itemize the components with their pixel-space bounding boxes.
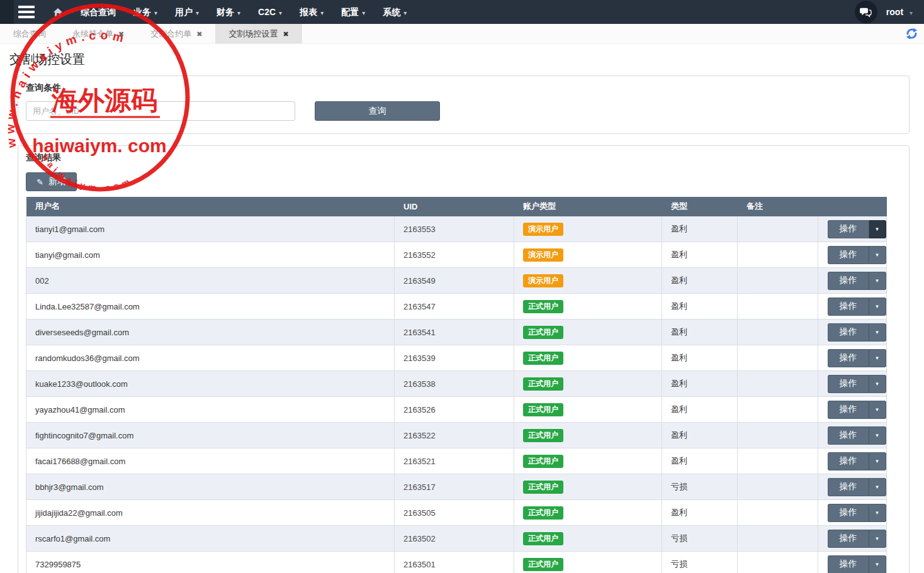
cell-uid: 2163538 <box>395 371 514 397</box>
nav-item-系统[interactable]: 系统▾ <box>374 0 415 24</box>
action-button[interactable]: 操作 <box>828 530 869 548</box>
nav-item-配置[interactable]: 配置▾ <box>332 0 374 24</box>
action-dropdown-toggle[interactable]: ▾ <box>869 555 886 573</box>
action-button[interactable]: 操作 <box>828 452 869 470</box>
cell-uid: 2163522 <box>395 423 514 448</box>
cell-username: tianyi@gmail.com <box>26 242 395 268</box>
results-table: 用户名UID账户类型类型备注 tianyi1@gmail.com2163553演… <box>26 196 887 573</box>
cell-account-type: 正式用户 <box>514 448 662 474</box>
cell-account-type: 正式用户 <box>514 371 662 397</box>
nav-item-业务[interactable]: 业务▾ <box>125 0 166 24</box>
nav-item-财务[interactable]: 财务▾ <box>208 0 249 24</box>
tab-永续持仓单[interactable]: 永续持仓单✖ <box>59 24 137 43</box>
action-dropdown-toggle[interactable]: ▾ <box>869 478 886 496</box>
close-icon[interactable]: ✖ <box>118 30 124 38</box>
cell-actions: 操作▾ <box>818 526 887 552</box>
cell-username: diverseseeds@gmail.com <box>26 320 395 345</box>
cell-type: 盈利 <box>662 216 738 242</box>
table-row: 0022163549演示用户盈利操作▾ <box>26 268 887 294</box>
action-button[interactable]: 操作 <box>828 478 869 496</box>
cell-actions: 操作▾ <box>818 242 887 268</box>
cell-type: 盈利 <box>662 500 738 526</box>
cell-remark <box>738 423 818 448</box>
action-button[interactable]: 操作 <box>828 504 869 522</box>
home-icon[interactable] <box>53 8 63 17</box>
action-dropdown-toggle[interactable]: ▾ <box>869 504 886 522</box>
action-dropdown-toggle[interactable]: ▾ <box>869 246 886 264</box>
column-header: 账户类型 <box>514 197 662 216</box>
action-dropdown-toggle[interactable]: ▾ <box>869 401 886 419</box>
cell-actions: 操作▾ <box>818 345 887 371</box>
cell-actions: 操作▾ <box>818 448 887 474</box>
account-type-badge: 正式用户 <box>523 429 563 442</box>
nav-item-报表[interactable]: 报表▾ <box>291 0 332 24</box>
cell-account-type: 正式用户 <box>514 500 662 526</box>
cell-remark <box>738 345 818 371</box>
action-dropdown-toggle[interactable]: ▾ <box>869 452 886 470</box>
cell-actions: 操作▾ <box>818 216 887 242</box>
action-dropdown-toggle[interactable]: ▾ <box>869 530 886 548</box>
action-button-group: 操作▾ <box>828 349 886 367</box>
cell-username: tianyi1@gmail.com <box>26 216 395 242</box>
top-navbar: 综合查询业务▾用户▾财务▾C2C▾报表▾配置▾系统▾ root ▾ <box>0 0 924 24</box>
table-row: jijidajijida22@gmail.com2163505正式用户盈利操作▾ <box>26 500 887 526</box>
account-type-badge: 正式用户 <box>523 481 563 494</box>
add-button[interactable]: ✎ 新增 <box>26 172 77 191</box>
nav-item-C2C[interactable]: C2C▾ <box>249 0 291 24</box>
tab-交割场控设置[interactable]: 交割场控设置✖ <box>215 24 301 43</box>
cell-remark <box>738 268 818 294</box>
refresh-icon[interactable] <box>906 24 924 43</box>
nav-item-用户[interactable]: 用户▾ <box>166 0 208 24</box>
action-button[interactable]: 操作 <box>828 375 869 393</box>
close-icon[interactable]: ✖ <box>196 30 202 38</box>
account-type-badge: 演示用户 <box>523 223 563 236</box>
cell-type: 盈利 <box>662 423 738 448</box>
menu-hamburger-icon[interactable] <box>14 0 39 24</box>
search-input[interactable] <box>26 101 295 121</box>
action-button[interactable]: 操作 <box>828 349 869 367</box>
account-type-badge: 正式用户 <box>523 558 563 571</box>
action-button[interactable]: 操作 <box>828 555 869 573</box>
action-dropdown-toggle[interactable]: ▾ <box>869 272 886 290</box>
action-dropdown-toggle[interactable]: ▾ <box>869 323 886 342</box>
nav-item-综合查询[interactable]: 综合查询 <box>72 0 125 24</box>
tab-综合查询[interactable]: 综合查询 <box>0 24 59 43</box>
action-button-group: 操作▾ <box>828 426 886 445</box>
account-type-badge: 正式用户 <box>523 532 563 545</box>
tab-交割合约单[interactable]: 交割合约单✖ <box>137 24 215 43</box>
tab-bar: 综合查询永续持仓单✖交割合约单✖交割场控设置✖ <box>0 24 924 44</box>
user-menu[interactable]: root ▾ <box>886 7 913 17</box>
cell-remark <box>738 474 818 500</box>
page-title: 交割场控设置 <box>0 44 924 75</box>
action-dropdown-toggle[interactable]: ▾ <box>869 298 886 316</box>
action-dropdown-toggle[interactable]: ▾ <box>869 220 886 238</box>
action-dropdown-toggle[interactable]: ▾ <box>869 349 886 367</box>
action-dropdown-toggle[interactable]: ▾ <box>869 426 886 445</box>
cell-username: rscarfo1@gmail.com <box>26 526 395 552</box>
action-button[interactable]: 操作 <box>828 298 869 316</box>
chat-icon[interactable] <box>855 1 877 23</box>
cell-uid: 2163526 <box>395 397 514 423</box>
account-type-badge: 演示用户 <box>523 274 563 287</box>
search-button[interactable]: 查询 <box>315 101 440 121</box>
cell-username: randomkudos36@gmail.com <box>26 345 395 371</box>
close-icon[interactable]: ✖ <box>283 30 288 38</box>
action-button[interactable]: 操作 <box>828 401 869 419</box>
cell-type: 亏损 <box>662 552 738 573</box>
action-button[interactable]: 操作 <box>828 272 869 290</box>
action-dropdown-toggle[interactable]: ▾ <box>869 375 886 393</box>
action-button[interactable]: 操作 <box>828 426 869 445</box>
action-button[interactable]: 操作 <box>828 323 869 342</box>
cell-type: 盈利 <box>662 242 738 268</box>
cell-account-type: 正式用户 <box>514 474 662 500</box>
table-row: rscarfo1@gmail.com2163502正式用户亏损操作▾ <box>26 526 887 552</box>
table-row: tianyi1@gmail.com2163553演示用户盈利操作▾ <box>26 216 887 242</box>
action-button[interactable]: 操作 <box>828 220 869 238</box>
cell-uid: 2163502 <box>395 526 514 552</box>
cell-actions: 操作▾ <box>818 552 887 573</box>
cell-actions: 操作▾ <box>818 500 887 526</box>
chevron-down-icon: ▾ <box>154 9 157 16</box>
action-button[interactable]: 操作 <box>828 246 869 264</box>
cell-account-type: 正式用户 <box>514 552 662 573</box>
table-row: Linda.Lee32587@gmail.com2163547正式用户盈利操作▾ <box>26 294 887 320</box>
